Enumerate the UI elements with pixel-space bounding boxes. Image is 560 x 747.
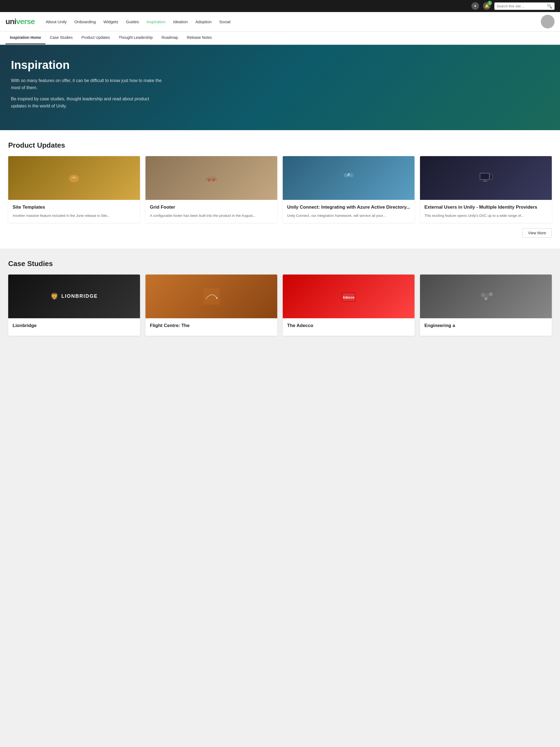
svg-point-1 [69,175,79,182]
card-image-coffee [8,156,140,200]
card-title-external-users: External Users in Unily - Multiple Ident… [424,204,548,210]
card-body-grid-footer: Grid Footer A configurable footer has be… [146,200,277,223]
card-grid-footer[interactable]: Grid Footer A configurable footer has be… [146,156,277,223]
svg-rect-3 [208,176,212,179]
top-bar-icons: ✦ 🔔 1 🔍 [472,2,555,10]
card-body-flight-centre: Flight Centre: The [146,318,277,336]
card-lionbridge[interactable]: 🦁 LIONBRIDGE Lionbridge [8,275,140,336]
nav-onboarding[interactable]: Onboarding [74,19,96,24]
hero-paragraph-2: Be inspired by case studies, thought lea… [11,96,164,109]
svg-rect-15 [484,180,486,181]
card-unily-connect[interactable]: Unily Connect: Integrating with Azure Ac… [283,156,414,223]
card-adecco[interactable]: Adecco The Adecco [283,275,414,336]
card-excerpt-site-templates: Another massive feature included in the … [12,213,136,218]
avatar[interactable] [541,15,555,28]
svg-rect-16 [483,181,487,182]
top-bar: ✦ 🔔 1 🔍 [0,0,560,12]
svg-point-22 [481,293,485,297]
subnav-product-updates[interactable]: Product Updates [77,31,114,44]
subnav-thought-leadership[interactable]: Thought Leadership [114,31,157,44]
case-studies-section: Case Studies 🦁 LIONBRIDGE Lionbridge [0,249,560,352]
card-body-lionbridge: Lionbridge [8,318,140,336]
lion-icon: 🦁 [50,292,59,300]
card-title-site-templates: Site Templates [12,204,136,210]
hero-section: Inspiration With so many features on off… [0,45,560,130]
card-engineering[interactable]: Engineering a [420,275,552,336]
nav-guides[interactable]: Guides [126,19,139,24]
subnav-case-studies[interactable]: Case Studies [45,31,77,44]
card-external-users[interactable]: External Users in Unily - Multiple Ident… [420,156,552,223]
card-image-shoes [146,156,277,200]
card-title-engineering: Engineering a [424,323,548,329]
card-excerpt-external-users: This exciting feature opens Unily's DXC … [424,213,548,218]
svg-text:Adecco: Adecco [342,295,354,300]
main-nav: universe About Unily Onboarding Widgets … [0,12,560,31]
subnav-roadmap[interactable]: Roadmap [157,31,182,44]
nav-ideation[interactable]: Ideation [173,19,187,24]
svg-rect-12 [480,174,489,179]
notification-wrap[interactable]: 🔔 1 [483,2,490,10]
stars-icon[interactable]: ✦ [472,2,479,10]
svg-rect-14 [490,175,492,179]
search-button[interactable]: 🔍 [547,4,552,9]
lionbridge-logo: 🦁 LIONBRIDGE [50,292,98,300]
logo-verse: verse [16,17,35,26]
case-studies-title: Case Studies [8,259,552,268]
logo[interactable]: universe [5,17,35,26]
nav-about-unily[interactable]: About Unily [46,19,67,24]
hero-title: Inspiration [11,58,549,72]
card-body-external-users: External Users in Unily - Multiple Ident… [420,200,552,223]
hero-paragraph-1: With so many features on offer, it can b… [11,77,164,91]
card-excerpt-unily-connect: Unily Connect, our integration framework… [287,213,410,218]
card-title-adecco: The Adecco [287,323,410,329]
card-image-party [420,275,552,318]
nav-links: About Unily Onboarding Widgets Guides In… [46,19,541,24]
card-image-lionbridge: 🦁 LIONBRIDGE [8,275,140,318]
case-studies-grid: 🦁 LIONBRIDGE Lionbridge Flight Centre: T… [8,275,552,336]
card-body-adecco: The Adecco [283,318,414,336]
view-more-wrap: View More [8,228,552,238]
card-title-lionbridge: Lionbridge [12,323,136,329]
card-title-grid-footer: Grid Footer [150,204,273,210]
sub-nav: Inspiration Home Case Studies Product Up… [0,31,560,45]
card-body-engineering: Engineering a [420,318,552,336]
logo-uni: uni [5,17,16,26]
nav-inspiration[interactable]: Inspiration [147,19,166,24]
svg-rect-17 [203,288,220,305]
svg-line-9 [348,174,349,175]
view-more-button[interactable]: View More [522,228,552,238]
lionbridge-brand: LIONBRIDGE [61,293,98,299]
svg-point-7 [344,173,348,177]
card-image-adecco: Adecco [283,275,414,318]
card-image-highfive [283,156,414,200]
subnav-inspiration-home[interactable]: Inspiration Home [5,31,45,44]
card-image-flight [146,275,277,318]
card-excerpt-grid-footer: A configurable footer has been built int… [150,213,273,218]
search-input[interactable] [497,4,545,8]
nav-adoption[interactable]: Adoption [196,19,212,24]
card-body-unily-connect: Unily Connect: Integrating with Azure Ac… [283,200,414,223]
svg-point-24 [489,292,493,296]
svg-point-25 [484,297,487,300]
card-title-unily-connect: Unily Connect: Integrating with Azure Ac… [287,204,410,210]
card-site-templates[interactable]: Site Templates Another massive feature i… [8,156,140,223]
card-image-monitor [420,156,552,200]
svg-point-5 [208,179,210,182]
product-updates-section: Product Updates Site Templates Another m… [0,130,560,249]
card-title-flight-centre: Flight Centre: The [150,323,273,329]
svg-point-8 [349,173,354,177]
product-updates-title: Product Updates [8,141,552,150]
nav-widgets[interactable]: Widgets [103,19,118,24]
notification-badge: 1 [487,1,492,5]
subnav-release-notes[interactable]: Release Notes [182,31,216,44]
card-body-site-templates: Site Templates Another massive feature i… [8,200,140,223]
search-bar: 🔍 [494,2,555,10]
card-flight-centre[interactable]: Flight Centre: The [146,275,277,336]
product-updates-grid: Site Templates Another massive feature i… [8,156,552,223]
svg-point-6 [212,179,215,182]
nav-social[interactable]: Social [219,19,230,24]
svg-rect-4 [212,176,216,179]
